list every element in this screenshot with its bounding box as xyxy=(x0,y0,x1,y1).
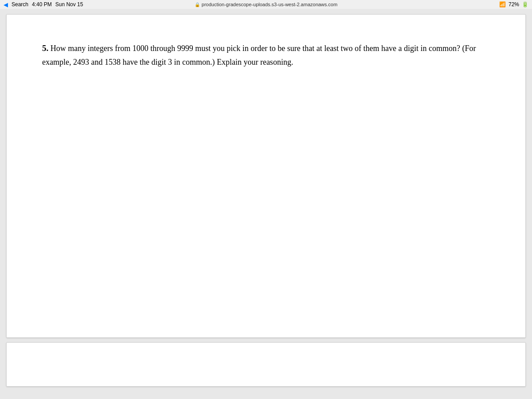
lock-icon: 🔒 xyxy=(195,2,200,7)
status-bar-right: 📶 72% 🔋 xyxy=(499,1,528,8)
battery-display: 72% xyxy=(509,1,519,8)
time-display: 4:40 PM xyxy=(32,1,52,8)
search-label[interactable]: Search xyxy=(12,1,28,8)
question-number: 5. xyxy=(42,43,48,53)
question-5-text: 5. How many integers from 1000 through 9… xyxy=(42,41,490,69)
url-display: production-gradescope-uploads.s3-us-west… xyxy=(202,2,337,7)
battery-icon: 🔋 xyxy=(522,1,528,8)
status-bar-center: 🔒 production-gradescope-uploads.s3-us-we… xyxy=(195,2,337,7)
question-body: How many integers from 1000 through 9999… xyxy=(42,44,476,66)
content-area: 5. How many integers from 1000 through 9… xyxy=(0,9,532,396)
back-arrow-icon[interactable]: ◀ xyxy=(4,1,8,8)
date-display: Sun Nov 15 xyxy=(55,1,83,8)
document-page-bottom xyxy=(6,342,526,387)
document-page-main: 5. How many integers from 1000 through 9… xyxy=(6,14,526,338)
status-bar: ◀ Search 4:40 PM Sun Nov 15 🔒 production… xyxy=(0,0,532,9)
status-bar-left: ◀ Search 4:40 PM Sun Nov 15 xyxy=(4,1,83,8)
wifi-icon: 📶 xyxy=(499,1,506,8)
